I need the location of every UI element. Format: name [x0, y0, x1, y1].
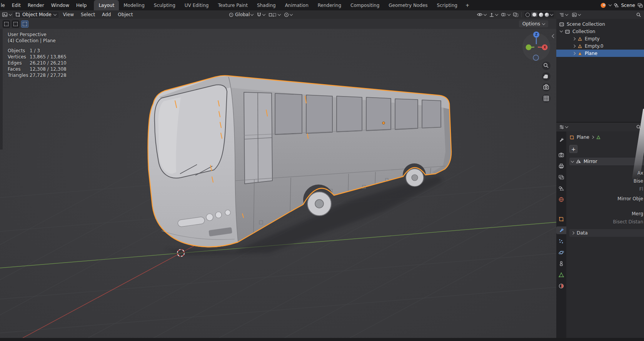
properties-tab-modifiers[interactable] — [556, 226, 566, 234]
transform-orientation-dropdown[interactable]: Global — [229, 12, 253, 17]
properties-tab-output[interactable] — [556, 162, 566, 170]
region-collapse-arrow[interactable] — [552, 34, 554, 38]
properties-tab-material[interactable] — [556, 282, 566, 290]
menu-file-partial[interactable]: le — [0, 3, 8, 8]
outliner-row-plane[interactable]: Plane — [556, 50, 644, 57]
add-workspace-button[interactable]: + — [462, 0, 473, 10]
view-layer-icon[interactable] — [637, 3, 643, 8]
xray-toggle[interactable] — [513, 12, 519, 17]
gizmo-neg-z-axis — [533, 55, 539, 60]
proportional-editing-toggle[interactable] — [284, 12, 292, 17]
select-mode-subtract-button[interactable] — [21, 20, 28, 28]
stat-value: 26,210 / 26,210 — [30, 60, 67, 66]
breadcrumb-chevron-icon — [591, 136, 594, 139]
navigation-gizmo[interactable]: Z X — [522, 32, 550, 61]
gizmo-chevron-icon — [495, 12, 498, 15]
orientation-label: Global — [235, 12, 250, 17]
editor-type-button[interactable] — [2, 12, 12, 18]
row-expand-icon[interactable] — [572, 37, 576, 40]
zoom-button[interactable] — [542, 62, 551, 70]
menu-select[interactable]: Select — [78, 12, 98, 17]
menu-window[interactable]: Window — [48, 3, 73, 8]
properties-tab-object[interactable] — [556, 215, 566, 223]
properties-tab-constraints[interactable] — [556, 260, 566, 268]
menu-add[interactable]: Add — [99, 12, 114, 17]
visibility-chevron-icon — [484, 12, 487, 15]
view-perspective-label: User Perspective — [8, 32, 67, 38]
menu-object[interactable]: Object — [115, 12, 136, 17]
gizmo-dropdown[interactable] — [489, 12, 498, 17]
overlays-dropdown[interactable] — [501, 12, 510, 17]
properties-tab-render[interactable] — [556, 151, 566, 159]
properties-tab-particles[interactable] — [556, 238, 566, 245]
tab-geometry-nodes[interactable]: Geometry Nodes — [384, 0, 432, 10]
empty-object-icon — [577, 37, 582, 41]
menu-help[interactable]: Help — [73, 3, 90, 8]
outliner-tree: Scene Collection Collection Empty Empty.… — [556, 19, 644, 57]
menu-view[interactable]: View — [60, 12, 77, 17]
panel-splitter[interactable] — [556, 122, 644, 123]
outliner-row-collection[interactable]: Collection — [556, 28, 644, 35]
viewport-gizmos: Z X — [520, 29, 557, 110]
blender-menu-chevron-icon[interactable] — [609, 3, 612, 6]
outliner-row-scene-collection[interactable]: Scene Collection — [556, 20, 644, 28]
pan-button[interactable] — [542, 72, 551, 81]
properties-editor-type-button[interactable] — [559, 125, 568, 130]
properties-tab-world[interactable] — [556, 196, 566, 203]
tab-animation[interactable]: Animation — [280, 0, 313, 10]
tab-shading[interactable]: Shading — [252, 0, 280, 10]
outliner-row-empty-0[interactable]: Empty.0 — [556, 42, 644, 50]
outliner-editor-type-button[interactable] — [559, 12, 568, 17]
shading-chevron-icon[interactable] — [550, 12, 553, 15]
scene-selector[interactable]: Scene — [614, 3, 635, 8]
object-icon — [569, 135, 574, 140]
mirror-modifier-header[interactable]: Mirror — [569, 158, 644, 165]
snap-toggle[interactable] — [257, 12, 265, 17]
properties-tab-view-layer[interactable] — [556, 173, 566, 181]
row-expand-icon[interactable] — [572, 52, 576, 55]
tab-layout[interactable]: Layout — [94, 0, 119, 10]
tab-modeling[interactable]: Modeling — [119, 0, 149, 10]
shading-material-button[interactable] — [539, 13, 543, 17]
shading-solid-button[interactable] — [531, 12, 537, 17]
select-mode-new-button[interactable] — [3, 20, 10, 28]
properties-header — [556, 123, 644, 131]
blender-logo-icon[interactable] — [600, 2, 607, 8]
viewport-header-right — [477, 10, 554, 19]
tab-compositing[interactable]: Compositing — [346, 0, 384, 10]
outliner-display-chevron-icon — [578, 12, 581, 15]
snap-target-dropdown[interactable] — [269, 12, 280, 17]
breadcrumb-object-name[interactable]: Plane — [577, 135, 589, 140]
menu-edit[interactable]: Edit — [8, 3, 24, 8]
properties-tab-scene[interactable] — [556, 185, 566, 192]
tab-sculpting[interactable]: Sculpting — [149, 0, 180, 10]
row-expand-icon[interactable] — [572, 44, 576, 47]
mode-dropdown[interactable]: Object Mode — [12, 11, 59, 18]
collection-expand-icon[interactable] — [560, 29, 563, 32]
data-subpanel-header[interactable]: Data — [569, 229, 644, 237]
shading-wireframe-button[interactable] — [526, 13, 530, 17]
proportional-chevron-icon — [290, 12, 293, 15]
shading-rendered-button[interactable] — [545, 13, 549, 17]
menu-render[interactable]: Render — [24, 3, 48, 8]
properties-tab-physics[interactable] — [556, 249, 566, 256]
outliner-display-mode-button[interactable] — [572, 12, 581, 17]
orthographic-toggle-button[interactable] — [542, 94, 551, 103]
object-label: Empty.0 — [585, 43, 603, 49]
options-dropdown[interactable]: Options — [519, 20, 548, 27]
tab-texture-paint[interactable]: Texture Paint — [213, 0, 252, 10]
add-modifier-button[interactable]: + — [569, 145, 577, 153]
visibility-dropdown[interactable] — [477, 12, 486, 17]
collection-label: Collection — [572, 29, 595, 34]
select-mode-extend-button[interactable] — [12, 20, 19, 28]
outliner-search-icon[interactable] — [636, 12, 641, 17]
outliner-row-empty[interactable]: Empty — [556, 35, 644, 42]
collection-icon — [565, 29, 570, 34]
properties-tab-object-data[interactable] — [556, 271, 566, 279]
properties-tab-tool[interactable] — [556, 136, 566, 144]
tab-uv-editing[interactable]: UV Editing — [180, 0, 214, 10]
tab-rendering[interactable]: Rendering — [313, 0, 346, 10]
tab-scripting[interactable]: Scripting — [432, 0, 462, 10]
modifier-expand-icon[interactable] — [571, 159, 574, 162]
camera-view-button[interactable] — [542, 83, 551, 91]
